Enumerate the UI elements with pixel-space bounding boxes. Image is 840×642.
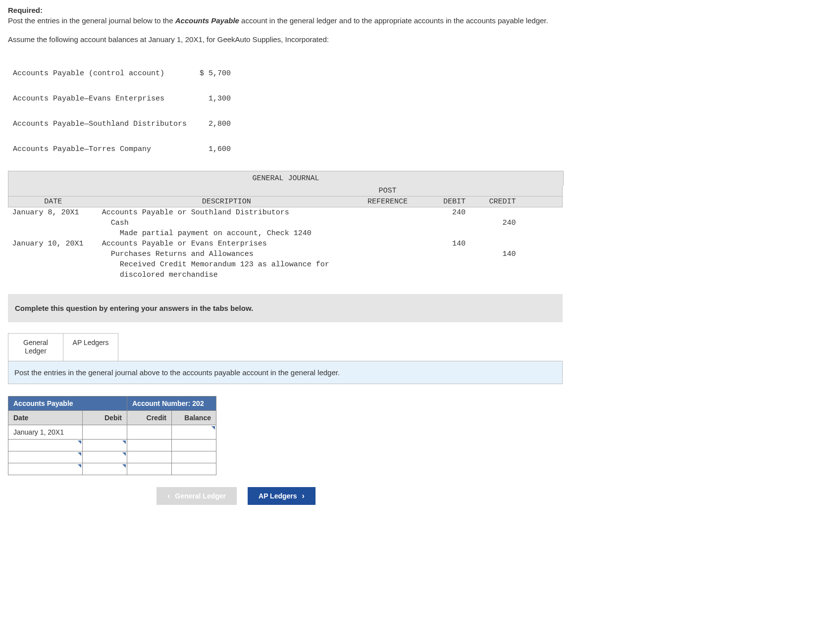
journal-debit: 140 [420,239,470,249]
journal-description: Accounts Payable or Southland Distributo… [98,207,355,218]
dropdown-triangle-icon [78,452,81,456]
journal-description: Received Credit Memorandum 123 as allowa… [98,259,355,270]
ledger-date-input[interactable] [8,439,83,451]
journal-post-ref [355,207,420,218]
journal-row: Cash240 [8,218,563,228]
journal-credit [470,270,520,280]
journal-header-date: DATE [8,196,98,207]
journal-row: discolored merchandise [8,270,563,280]
tab-label-line2: Ledger [25,347,47,355]
balance-label: Accounts Payable—Evans Enterprises [13,95,191,103]
ledger-balance-cell [172,451,216,463]
journal-header-credit: CREDIT [470,196,520,207]
ledger-date-input[interactable] [8,463,83,475]
journal-row: Made partial payment on account, Check 1… [8,228,563,239]
tab-ap-ledgers[interactable]: AP Ledgers [63,333,118,361]
ledger-balance-cell [172,463,216,475]
journal-credit [470,259,520,270]
dropdown-triangle-icon [122,464,126,468]
ledger-credit-cell [127,451,172,463]
journal-header-debit: DEBIT [420,196,470,207]
ledger-title: Accounts Payable [8,396,127,410]
dropdown-triangle-icon [211,426,215,430]
next-button[interactable]: AP Ledgers › [248,487,315,505]
chevron-right-icon: › [302,492,305,500]
ledger-row: January 1, 20X1 [8,425,216,439]
journal-credit [470,228,520,239]
journal-row: Received Credit Memorandum 123 as allowa… [8,259,563,270]
ledger-balance-input[interactable] [172,425,216,439]
intro-pre: Post the entries in the general journal … [8,16,175,25]
ledger-date-input[interactable] [8,451,83,463]
ledger-credit-cell [127,439,172,451]
journal-debit [420,228,470,239]
ledger-table: Accounts Payable Account Number: 202 Dat… [8,396,216,475]
journal-credit [470,239,520,249]
journal-date [8,228,98,239]
ledger-row [8,463,216,475]
balances-list: Accounts Payable (control account)$ 5,70… [13,52,832,162]
balance-amount: 2,800 [191,120,231,128]
intro-post: account in the general ledger and to the… [239,16,548,25]
journal-header-post-top: POST [355,186,420,197]
ledger-col-debit: Debit [83,410,127,425]
dropdown-triangle-icon [78,464,81,468]
dropdown-triangle-icon [78,441,81,444]
ledger-col-balance: Balance [172,410,216,425]
nav-buttons: ‹ General Ledger AP Ledgers › [157,487,832,505]
journal-header-post-bottom: REFERENCE [355,196,420,207]
dropdown-triangle-icon [122,441,126,444]
balance-label: Accounts Payable—Southland Distributors [13,120,191,128]
balance-amount: 1,600 [191,145,231,153]
journal-debit [420,259,470,270]
journal-post-ref [355,239,420,249]
ledger-account-number: Account Number: 202 [127,396,216,410]
journal-description: discolored merchandise [98,270,355,280]
ledger-row [8,439,216,451]
prev-button[interactable]: ‹ General Ledger [157,487,237,505]
journal-credit: 140 [470,249,520,259]
ledger-debit-input[interactable] [83,451,127,463]
journal-debit [420,270,470,280]
journal-debit [420,218,470,228]
intro-emphasis: Accounts Payable [175,16,239,25]
journal-post-ref [355,218,420,228]
journal-post-ref [355,259,420,270]
ledger-section: Accounts Payable Account Number: 202 Dat… [8,396,832,475]
ledger-debit-input[interactable] [83,439,127,451]
journal-description: Made partial payment on account, Check 1… [98,228,355,239]
journal-description: Accounts Payable or Evans Enterprises [98,239,355,249]
next-label: AP Ledgers [259,492,297,500]
journal-debit [420,249,470,259]
journal-date: January 8, 20X1 [8,207,98,218]
instruction-bar: Complete this question by entering your … [8,294,563,322]
assume-text: Assume the following account balances at… [8,35,832,44]
journal-header-description: DESCRIPTION [98,196,355,207]
general-journal: GENERAL JOURNAL POST DATE DESCRIPTION RE… [8,171,832,280]
journal-credit [470,207,520,218]
ledger-debit-input[interactable] [83,463,127,475]
tab-instruction: Post the entries in the general journal … [8,361,563,384]
ledger-col-credit: Credit [127,410,172,425]
journal-table: POST DATE DESCRIPTION REFERENCE DEBIT CR… [8,186,563,280]
tab-label-line1: General [23,339,48,346]
journal-post-ref [355,249,420,259]
balance-amount: 1,300 [191,95,231,103]
journal-post-ref [355,228,420,239]
balance-label: Accounts Payable (control account) [13,69,191,78]
tab-general-ledger[interactable]: General Ledger [8,333,63,361]
journal-date: January 10, 20X1 [8,239,98,249]
journal-date [8,259,98,270]
journal-description: Purchases Returns and Allowances [98,249,355,259]
journal-date [8,270,98,280]
journal-debit: 240 [420,207,470,218]
ledger-row [8,451,216,463]
journal-credit: 240 [470,218,520,228]
journal-row: January 8, 20X1Accounts Payable or South… [8,207,563,218]
ledger-credit-cell [127,425,172,439]
journal-description: Cash [98,218,355,228]
ledger-credit-cell [127,463,172,475]
prev-label: General Ledger [175,492,226,500]
ledger-date-cell: January 1, 20X1 [8,425,83,439]
balance-amount: $ 5,700 [191,69,231,78]
